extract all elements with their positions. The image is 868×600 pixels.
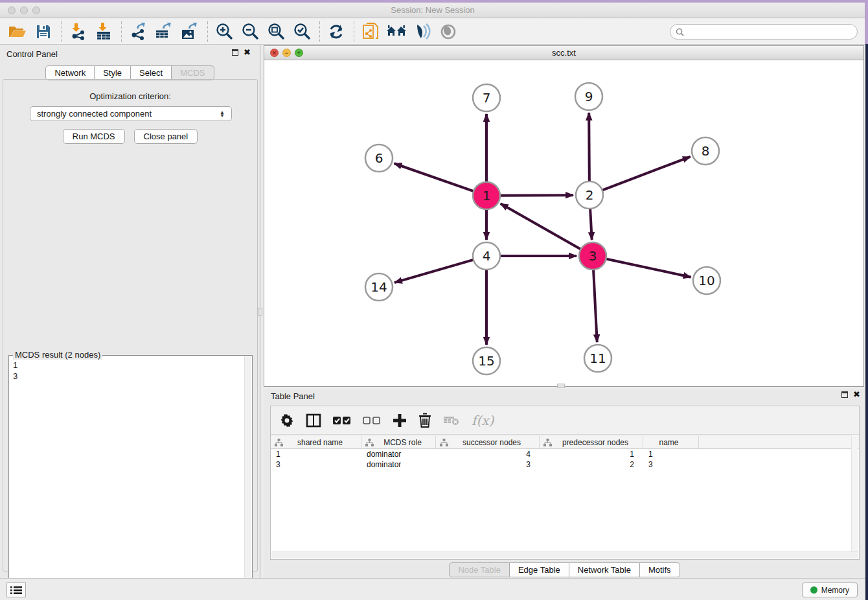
node-7[interactable]: 7 — [473, 84, 500, 111]
deselect-all-columns-icon[interactable] — [363, 416, 381, 425]
chevron-updown-icon: ▲▼ — [220, 111, 225, 117]
node-3[interactable]: 3 — [579, 242, 606, 270]
add-row-icon[interactable] — [393, 413, 407, 428]
table-row[interactable]: 1dominator411 — [271, 449, 859, 459]
close-panel-icon[interactable]: ✖ — [244, 49, 251, 56]
birds-eye-view-icon[interactable] — [437, 21, 459, 42]
refresh-layout-icon[interactable] — [325, 21, 347, 42]
vertical-splitter-handle[interactable] — [258, 308, 262, 316]
export-network-icon[interactable] — [127, 21, 149, 42]
edge-2-8[interactable] — [602, 157, 691, 190]
search-input[interactable] — [687, 27, 857, 36]
network-canvas-svg[interactable]: 7968124314101511 — [264, 60, 863, 386]
search-box[interactable] — [670, 24, 858, 40]
node-table: shared nameMCDS rolesuccessor nodesprede… — [271, 435, 859, 470]
table-cell: dominator — [361, 449, 436, 459]
float-table-panel-icon[interactable] — [841, 391, 848, 398]
zoom-fit-icon[interactable] — [265, 21, 287, 42]
run-mcds-button[interactable]: Run MCDS — [63, 129, 125, 144]
node-11[interactable]: 11 — [584, 345, 611, 372]
tab-select[interactable]: Select — [131, 65, 172, 80]
show-columns-icon[interactable] — [306, 413, 321, 428]
node-6[interactable]: 6 — [365, 144, 393, 172]
column-header-successor-nodes[interactable]: successor nodes — [436, 436, 540, 448]
table-cell: 3 — [436, 459, 540, 470]
mcds-result-values: 13 — [13, 360, 17, 382]
node-4[interactable]: 4 — [473, 242, 500, 270]
mcds-result-box: MCDS result (2 nodes) 13 — [8, 355, 253, 600]
node-9[interactable]: 9 — [575, 83, 602, 110]
close-table-panel-icon[interactable]: ✖ — [853, 391, 860, 398]
edge-2-9[interactable] — [589, 113, 589, 181]
float-panel-icon[interactable] — [232, 49, 238, 56]
apply-function-icon[interactable]: f(x) — [472, 413, 494, 428]
table-settings-icon[interactable] — [280, 413, 294, 428]
select-all-columns-icon[interactable] — [333, 416, 351, 425]
memory-button[interactable]: Memory — [802, 583, 858, 597]
network-titlebar[interactable]: ✕ − + scc.txt — [264, 46, 863, 60]
mcds-panel: Optimization criterion: strongly connect… — [3, 79, 258, 571]
export-table-icon[interactable] — [153, 21, 175, 42]
horizontal-splitter-handle[interactable] — [557, 384, 565, 388]
column-header-shared-name[interactable]: shared name — [271, 436, 361, 448]
open-session-icon[interactable] — [6, 21, 29, 42]
import-network-icon[interactable] — [67, 21, 89, 42]
criterion-dropdown[interactable]: strongly connected component ▲▼ — [30, 106, 232, 121]
control-panel: Control Panel ✖ NetworkStyleSelectMCDS O… — [0, 45, 260, 581]
edge-2-3[interactable] — [590, 209, 592, 240]
delete-row-icon[interactable] — [418, 413, 431, 428]
mcds-result-value: 1 — [13, 360, 17, 371]
task-history-button[interactable] — [6, 583, 26, 597]
tab-network-table[interactable]: Network Table — [569, 562, 640, 577]
mcds-result-legend: MCDS result (2 nodes) — [13, 350, 102, 360]
edge-1-6[interactable] — [394, 163, 474, 191]
edge-3-10[interactable] — [606, 259, 691, 277]
export-image-icon[interactable] — [179, 21, 201, 42]
node-15[interactable]: 15 — [473, 347, 500, 375]
node-1[interactable]: 1 — [473, 182, 500, 209]
tab-network[interactable]: Network — [45, 65, 95, 80]
edge-3-11[interactable] — [593, 270, 597, 342]
list-icon — [10, 586, 22, 595]
save-session-icon[interactable] — [32, 21, 54, 42]
zoom-selected-icon[interactable] — [291, 21, 313, 42]
svg-text:3: 3 — [589, 248, 597, 264]
zoom-in-icon[interactable] — [213, 21, 235, 42]
table-cell: 4 — [436, 449, 540, 459]
toolbar-separator — [319, 21, 320, 42]
zoom-out-icon[interactable] — [239, 21, 261, 42]
table-cell: 3 — [643, 459, 699, 470]
column-header-mcds-role[interactable]: MCDS role — [361, 436, 436, 448]
clone-network-icon[interactable] — [360, 21, 382, 42]
tab-edge-table[interactable]: Edge Table — [510, 562, 569, 577]
tab-style[interactable]: Style — [95, 65, 131, 80]
svg-text:8: 8 — [702, 143, 710, 159]
node-2[interactable]: 2 — [576, 181, 603, 209]
tab-mcds[interactable]: MCDS — [172, 65, 214, 80]
home-layout-icon[interactable] — [385, 21, 407, 42]
table-vscrollbar[interactable] — [851, 435, 858, 551]
mcds-result-scrollbar[interactable] — [244, 356, 251, 599]
table-panel: Table Panel ✖ — [264, 389, 865, 581]
edge-3-1[interactable] — [501, 203, 581, 249]
table-hscrollbar[interactable] — [271, 551, 858, 559]
app-window: Session: New Session — [0, 0, 865, 600]
tab-node-table[interactable]: Node Table — [449, 562, 510, 577]
delete-column-icon[interactable] — [443, 415, 460, 426]
table-cell: 3 — [271, 459, 361, 470]
column-header-name[interactable]: name — [643, 436, 699, 448]
node-8[interactable]: 8 — [692, 137, 719, 165]
edge-1-2[interactable] — [500, 195, 573, 196]
table-toolbar: f(x) — [271, 406, 859, 435]
node-10[interactable]: 10 — [693, 267, 720, 294]
tab-motifs[interactable]: Motifs — [640, 562, 680, 577]
import-table-icon[interactable] — [93, 21, 115, 42]
edge-4-14[interactable] — [394, 260, 474, 283]
table-row[interactable]: 3dominator323 — [271, 459, 859, 470]
network-window: ✕ − + scc.txt 7968124314101511 — [264, 45, 864, 387]
close-panel-button[interactable]: Close panel — [134, 129, 198, 144]
node-14[interactable]: 14 — [365, 273, 393, 301]
column-header-predecessor-nodes[interactable]: predecessor nodes — [540, 436, 643, 448]
graphics-details-icon[interactable] — [411, 21, 433, 42]
memory-status-icon — [810, 586, 817, 594]
